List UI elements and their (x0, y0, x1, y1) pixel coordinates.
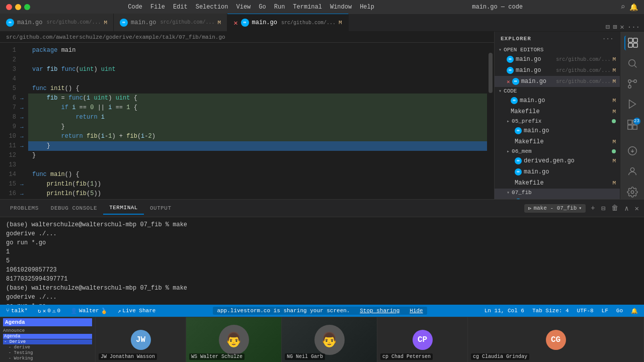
maximize-button[interactable] (24, 4, 30, 10)
agenda-line-2: Agenda (3, 334, 92, 339)
status-encoding[interactable]: UTF-8 (575, 308, 596, 314)
status-notifications-icon[interactable]: 🔔 (629, 308, 640, 314)
editor-scrollbar[interactable] (487, 43, 494, 199)
tab-problems[interactable]: PROBLEMS (4, 202, 45, 214)
encoding-text: UTF-8 (577, 308, 594, 314)
svg-marker-9 (629, 100, 635, 109)
open-editor-2[interactable]: ∞ main.go src/github.com/... M (495, 65, 620, 76)
terminal-content[interactable]: (base) walterschulze@walterschul-mbp 07_… (0, 217, 644, 305)
open-editor-3-close-icon[interactable]: ✕ (507, 78, 510, 85)
sidebar-scroll[interactable]: ▾ OPEN EDITORS ∞ main.go src/github.com/… (495, 46, 620, 199)
live-share-icon: ↗ (118, 308, 121, 314)
activity-settings[interactable] (624, 185, 640, 199)
status-position[interactable]: Ln 11, Col 6 (482, 308, 526, 314)
menu-edit[interactable]: Edit (173, 4, 188, 11)
folder-05-prefix[interactable]: ▸ 05_prefix (495, 117, 620, 125)
editor-layout-icon[interactable]: ⊞ (613, 23, 617, 31)
activity-extensions[interactable]: 23 (624, 118, 640, 132)
tab-output[interactable]: OUTPUT (144, 202, 178, 214)
close-button[interactable] (6, 4, 12, 10)
activity-git[interactable] (624, 76, 640, 91)
menu-selection[interactable]: Selection (196, 4, 228, 11)
user-emoji: 🏅 (101, 308, 108, 314)
mem-makefile[interactable]: Makefile M (495, 177, 620, 189)
sidebar-more-icon[interactable]: ··· (602, 36, 614, 42)
menu-go[interactable]: Go (259, 4, 266, 11)
mem-main-go[interactable]: ∞ main.go (495, 166, 620, 177)
tab-1[interactable]: ∞ main.go src/github.com/... M (0, 14, 114, 31)
titlebar-icons[interactable]: ⌕ 🔔 (620, 2, 638, 12)
close-editor-icon[interactable]: ✕ (620, 23, 624, 31)
tab-3-path: src/github.com/... (281, 20, 336, 26)
menu-help[interactable]: Help (360, 4, 374, 11)
status-live-share[interactable]: ↗ Live Share (116, 308, 158, 314)
kill-terminal-button[interactable]: 🗑 (610, 203, 619, 213)
tab-2[interactable]: ∞ main.go src/github.com/... M (114, 14, 227, 31)
menu-file[interactable]: File (150, 4, 165, 11)
panel-controls: ⊳ make - 07_fib ▾ + ⊟ 🗑 ∧ ✕ (524, 203, 640, 214)
code-section-header[interactable]: ▾ CODE (495, 87, 620, 95)
code-content[interactable]: package main var fib func(uint) uint fun… (28, 43, 487, 199)
code-makefile-label: Makefile (511, 108, 610, 115)
open-editors-header[interactable]: ▾ OPEN EDITORS (495, 46, 620, 54)
activity-live-share[interactable] (624, 144, 640, 158)
maximize-panel-button[interactable]: ∧ (623, 203, 629, 214)
code-makefile[interactable]: Makefile M (495, 106, 620, 117)
status-tab-size[interactable]: Tab Size: 4 (530, 308, 571, 314)
mem-derived-gen[interactable]: ∞ derived.gen.go M (495, 155, 620, 166)
activity-explorer[interactable] (624, 36, 640, 50)
video-cg: CG cg Claudia Grinday (468, 317, 644, 362)
terminal-label[interactable]: ⊳ make - 07_fib ▾ (524, 204, 586, 213)
split-terminal-button[interactable]: ⊟ (600, 203, 606, 214)
prefix-makefile[interactable]: Makefile M (495, 136, 620, 147)
code-main-go[interactable]: ∞ main.go M (495, 95, 620, 106)
tab-3[interactable]: ✕ ∞ main.go src/github.com/... M (227, 14, 349, 31)
prefix-main-go[interactable]: ∞ main.go (495, 125, 620, 136)
menu-run[interactable]: Run (274, 4, 285, 11)
tab-terminal[interactable]: TERMINAL (103, 202, 144, 215)
status-line-ending[interactable]: LF (600, 308, 610, 314)
open-editor-3[interactable]: ✕ ∞ main.go src/github.com/... M (495, 76, 620, 87)
open-editor-1[interactable]: ∞ main.go src/github.com/... M (495, 54, 620, 65)
search-icon[interactable]: ⌕ (620, 2, 625, 12)
activity-account[interactable] (624, 164, 640, 179)
minimize-button[interactable] (15, 4, 21, 10)
folder-07-fib[interactable]: ▾ 07_fib (495, 189, 620, 197)
code-area[interactable]: 1 2 3 4 5 6 7 8 9 10 11 12 13 14 15 16 1… (0, 43, 494, 199)
menu-code[interactable]: Code (128, 4, 142, 11)
menu-terminal[interactable]: Terminal (293, 4, 322, 11)
tab-1-path: src/github.com/... (46, 20, 101, 25)
hide-button[interactable]: Hide (410, 308, 423, 314)
agenda-line-1: Announce (3, 328, 92, 333)
close-panel-button[interactable]: ✕ (634, 203, 640, 214)
activity-search[interactable] (624, 56, 640, 71)
menu-view[interactable]: View (236, 4, 251, 11)
tab-debug-console[interactable]: DEBUG CONSOLE (45, 202, 103, 214)
status-branch[interactable]: ⑂ talk* (4, 308, 30, 314)
notifications-icon[interactable]: 🔔 (629, 3, 638, 12)
terminal-dropdown-icon[interactable]: ▾ (579, 205, 582, 211)
agenda-line-5: - Testing (3, 350, 92, 355)
scrollbar-thumb[interactable] (489, 53, 493, 93)
extensions-badge: 23 (633, 118, 640, 125)
status-language[interactable]: Go (614, 308, 625, 314)
open-editor-1-go-icon: ∞ (507, 56, 514, 63)
tab-2-label: main.go (131, 19, 156, 26)
agenda-title: Agenda (3, 318, 92, 326)
more-actions-icon[interactable]: ··· (627, 23, 640, 31)
status-user[interactable]: 👤 Walter 🏅 (68, 308, 110, 314)
git-branch-icon: ⑂ (6, 308, 10, 314)
tab-size-text: Tab Size: 4 (532, 308, 569, 314)
new-terminal-button[interactable]: + (590, 203, 596, 213)
window-controls[interactable] (6, 4, 30, 10)
menu-window[interactable]: Window (330, 4, 352, 11)
language-text: Go (616, 308, 623, 314)
tab-close-icon[interactable]: ✕ (233, 19, 237, 27)
split-editor-icon[interactable]: ⊟ (605, 23, 609, 31)
status-right: Ln 11, Col 6 Tab Size: 4 UTF-8 LF Go 🔔 (482, 308, 640, 314)
stop-sharing-button[interactable]: Stop sharing (360, 308, 399, 314)
fib-main-go[interactable]: ∞ main.go M (495, 197, 620, 199)
folder-06-mem[interactable]: ▸ 06_mem (495, 147, 620, 155)
activity-debug[interactable] (624, 97, 640, 112)
status-errors[interactable]: ↻ ✕ 0 ⚠ 0 (36, 308, 62, 314)
